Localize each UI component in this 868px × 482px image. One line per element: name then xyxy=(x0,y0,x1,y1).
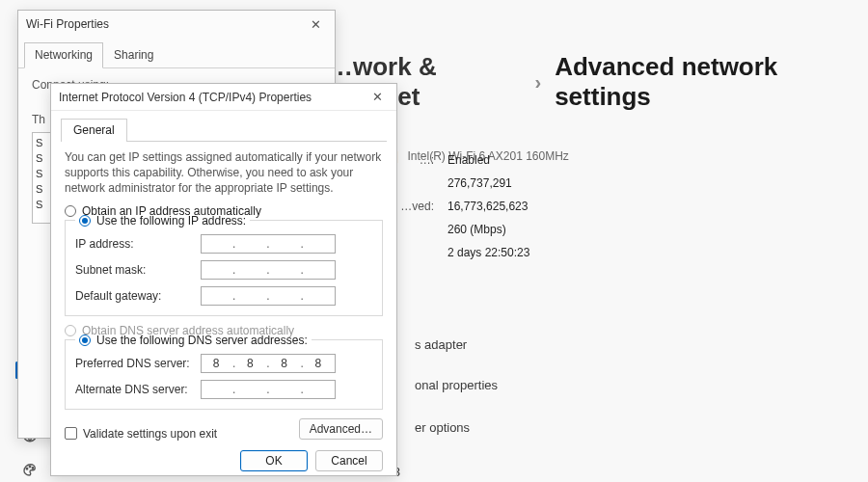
settings-breadcrumb: …work & internet › Advanced network sett… xyxy=(328,52,858,112)
list-item[interactable]: S xyxy=(36,183,49,195)
radio-icon xyxy=(79,215,91,227)
list-item[interactable]: S xyxy=(36,152,49,164)
preferred-dns-label: Preferred DNS server: xyxy=(75,357,201,370)
list-item[interactable]: S xyxy=(36,168,49,179)
tab-sharing[interactable]: Sharing xyxy=(103,42,164,68)
settings-entry[interactable]: er options xyxy=(415,420,470,435)
radio-icon xyxy=(65,325,76,336)
radio-ip-manual[interactable]: Use the following IP address: xyxy=(75,214,250,228)
manual-ip-group: Use the following IP address: IP address… xyxy=(65,220,383,316)
close-icon[interactable]: ✕ xyxy=(305,15,327,34)
intro-text: You can get IP settings assigned automat… xyxy=(65,149,383,197)
window-title: Wi-Fi Properties xyxy=(26,17,305,31)
radio-dns-manual[interactable]: Use the following DNS server addresses: xyxy=(75,334,312,347)
tcpip-titlebar[interactable]: Internet Protocol Version 4 (TCP/IPv4) P… xyxy=(51,84,396,111)
subnet-mask-label: Subnet mask: xyxy=(75,263,201,277)
tab-general[interactable]: General xyxy=(61,119,127,142)
validate-label: Validate settings upon exit xyxy=(83,427,217,441)
alternate-dns-label: Alternate DNS server: xyxy=(75,383,201,396)
advanced-button[interactable]: Advanced… xyxy=(299,418,383,440)
default-gateway-input[interactable]: ... xyxy=(201,286,336,306)
cancel-button[interactable]: Cancel xyxy=(315,450,383,471)
subnet-mask-input[interactable]: ... xyxy=(201,260,336,280)
wifi-titlebar[interactable]: Wi-Fi Properties ✕ xyxy=(18,11,335,38)
tcpip-properties-dialog: Internet Protocol Version 4 (TCP/IPv4) P… xyxy=(50,83,397,476)
checkbox-icon xyxy=(65,427,77,440)
ip-address-input[interactable]: ... xyxy=(201,234,336,254)
settings-entry[interactable]: s adapter xyxy=(415,337,467,352)
svg-point-2 xyxy=(26,469,28,470)
radio-icon xyxy=(65,205,76,217)
tab-networking[interactable]: Networking xyxy=(24,42,103,68)
svg-point-4 xyxy=(32,468,34,469)
ok-button[interactable]: OK xyxy=(240,450,308,471)
list-item[interactable]: S xyxy=(36,199,49,210)
chevron-right-icon: › xyxy=(534,71,541,94)
preferred-dns-input[interactable]: 8.8.8.8 xyxy=(201,354,336,373)
svg-point-3 xyxy=(29,466,31,468)
window-title: Internet Protocol Version 4 (TCP/IPv4) P… xyxy=(59,91,366,104)
default-gateway-label: Default gateway: xyxy=(75,289,201,303)
alternate-dns-input[interactable]: ... xyxy=(201,380,336,399)
close-icon[interactable]: ✕ xyxy=(366,88,389,106)
ip-address-label: IP address: xyxy=(75,237,201,251)
manual-dns-group: Use the following DNS server addresses: … xyxy=(65,339,383,410)
radio-icon xyxy=(79,335,91,346)
list-item[interactable]: S xyxy=(36,137,49,148)
page-title: Advanced network settings xyxy=(555,52,858,112)
wifi-tabs: Networking Sharing xyxy=(18,41,335,68)
settings-entry[interactable]: onal properties xyxy=(415,378,498,392)
paint-icon[interactable] xyxy=(21,461,39,478)
validate-checkbox-row[interactable]: Validate settings upon exit xyxy=(65,427,217,441)
